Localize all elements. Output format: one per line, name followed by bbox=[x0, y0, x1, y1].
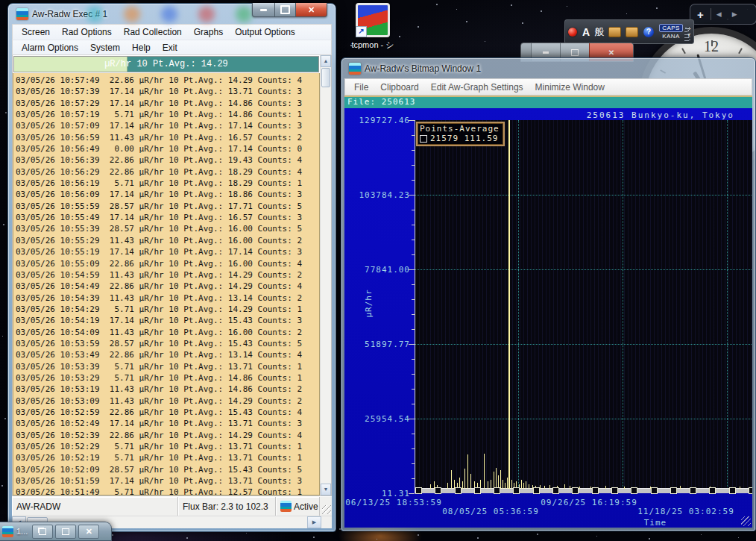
y-tick-label: 25954.54 bbox=[344, 414, 410, 424]
ime-pad-icon[interactable] bbox=[608, 27, 621, 37]
data-spike bbox=[491, 480, 491, 489]
menu-rad-options[interactable]: Rad Options bbox=[56, 27, 118, 37]
status-active-label: Active bbox=[294, 501, 318, 512]
flux-header-bar: µR/hr 10 Pt.Avg.: 14.29 bbox=[13, 56, 319, 72]
gadget-prev-button[interactable]: ◀ bbox=[711, 10, 727, 18]
desktop: ↗ tcpmon - シ + ◀ ▶ 12 A 般 ? CAPS KANA – … bbox=[0, 0, 756, 541]
exec-maximize-button[interactable] bbox=[275, 3, 295, 17]
bitmap-menubar: File Clipboard Edit Aw-Graph Settings Mi… bbox=[344, 78, 752, 96]
data-spike bbox=[507, 478, 508, 489]
log-row: 03/05/26 10:57:39 17.14 µR/hr 10 Pt.Avg.… bbox=[16, 86, 319, 97]
graph-area: 250613 Bunkyo-ku, Tokyo µR/hr 129727.461… bbox=[344, 108, 752, 528]
x-tick-label-3: 09/26/25 16:19:59 bbox=[540, 498, 638, 507]
data-spike bbox=[523, 483, 524, 489]
caps-indicator[interactable]: CAPS bbox=[659, 24, 683, 32]
log-row: 03/05/26 10:56:29 22.86 µR/hr 10 Pt.Avg.… bbox=[16, 166, 319, 178]
exec-app-icon bbox=[16, 8, 28, 20]
menu-edit-aw-graph-settings[interactable]: Edit Aw-Graph Settings bbox=[425, 82, 529, 93]
bitmap-resize-grip[interactable] bbox=[741, 516, 751, 526]
minimized-maximize-button[interactable] bbox=[55, 525, 76, 539]
log-row: 03/05/26 10:51:59 17.14 µR/hr 10 Pt.Avg.… bbox=[16, 475, 319, 487]
menu-clipboard[interactable]: Clipboard bbox=[374, 82, 424, 93]
input-mode-button[interactable]: A bbox=[582, 26, 590, 38]
conversion-mode-button[interactable]: 般 bbox=[594, 25, 604, 39]
point-marker bbox=[572, 487, 579, 494]
gadget-control-bar: + ◀ ▶ bbox=[690, 4, 756, 25]
log-row: 03/05/26 10:56:19 5.71 µR/hr 10 Pt.Avg.:… bbox=[16, 178, 319, 189]
exec-menubar-row2: Alarm Options System Help Exit bbox=[12, 40, 332, 55]
data-spike bbox=[564, 484, 565, 489]
point-marker bbox=[690, 487, 696, 494]
vertical-gridline bbox=[518, 120, 519, 493]
y-tick-label: 77841.00 bbox=[344, 265, 410, 275]
y-axis-tick bbox=[412, 165, 415, 166]
y-axis-tick bbox=[412, 389, 415, 390]
resize-grip[interactable] bbox=[322, 505, 331, 514]
log-vertical-scrollbar[interactable]: ▲ ▼ bbox=[320, 55, 331, 495]
menu-rad-collection[interactable]: Rad Collection bbox=[118, 27, 188, 37]
point-marker bbox=[415, 487, 422, 494]
data-spike bbox=[570, 486, 570, 489]
add-gadget-button[interactable]: + bbox=[690, 8, 711, 21]
y-axis-tick bbox=[412, 180, 415, 181]
legend-marker-icon bbox=[420, 135, 427, 143]
menu-minimize-window[interactable]: Minimize Window bbox=[529, 82, 611, 93]
exec-close-button[interactable]: ✕ bbox=[295, 3, 327, 17]
bitmap-titlebar[interactable]: Aw-Radw's Bitmap Window 1 bbox=[344, 58, 752, 78]
menu-help[interactable]: Help bbox=[126, 43, 157, 53]
menu-system[interactable]: System bbox=[84, 43, 126, 53]
exec-menubar-row1: Screen Rad Options Rad Collection Graphs… bbox=[12, 24, 332, 40]
data-spike bbox=[503, 480, 503, 489]
log-row: 03/05/26 10:56:49 0.00 µR/hr 10 Pt.Avg.:… bbox=[16, 143, 319, 154]
tcpmon-icon-label: tcpmon - シ bbox=[347, 40, 399, 51]
status-aw-icon bbox=[280, 501, 292, 512]
menu-exit[interactable]: Exit bbox=[157, 43, 183, 53]
scroll-down-button[interactable]: ▼ bbox=[321, 484, 331, 495]
horizontal-gridline bbox=[415, 269, 752, 270]
ime-tools-icon[interactable] bbox=[626, 27, 638, 37]
ime-status-icon[interactable] bbox=[568, 28, 577, 37]
horizontal-gridline bbox=[415, 419, 752, 419]
ime-help-icon[interactable]: ? bbox=[643, 27, 654, 37]
scroll-up-button[interactable]: ▲ bbox=[321, 55, 331, 67]
minimized-close-button[interactable]: ✕ bbox=[78, 525, 99, 539]
exec-minimize-button[interactable] bbox=[252, 3, 275, 17]
menu-output-options[interactable]: Output Options bbox=[229, 27, 301, 37]
data-spike bbox=[494, 472, 494, 489]
kana-indicator[interactable]: KANA bbox=[662, 33, 680, 40]
bitmap-app-icon bbox=[349, 63, 361, 75]
data-spike bbox=[464, 469, 465, 489]
menu-file[interactable]: File bbox=[348, 82, 374, 93]
desktop-icon-tcpmon[interactable]: ↗ tcpmon - シ bbox=[347, 3, 399, 51]
y-axis-label: µR/hr bbox=[364, 281, 374, 326]
point-marker bbox=[455, 487, 462, 494]
data-spike bbox=[430, 484, 431, 489]
minimized-app-icon bbox=[2, 526, 13, 537]
data-spike bbox=[488, 481, 488, 489]
log-row: 03/05/26 10:54:49 22.86 µR/hr 10 Pt.Avg.… bbox=[16, 281, 319, 292]
vertical-scroll-track[interactable] bbox=[321, 88, 331, 484]
menu-screen[interactable]: Screen bbox=[16, 27, 56, 37]
log-row: 03/05/26 10:52:09 28.57 µR/hr 10 Pt.Avg.… bbox=[16, 464, 319, 475]
log-row: 03/05/26 10:53:49 22.86 µR/hr 10 Pt.Avg.… bbox=[16, 349, 319, 360]
menu-alarm-options[interactable]: Alarm Options bbox=[16, 43, 84, 53]
radiation-log-list[interactable]: 03/05/26 10:57:49 22.86 µR/hr 10 Pt.Avg.… bbox=[13, 73, 320, 495]
langbar-grip-handle[interactable] bbox=[684, 27, 690, 42]
gadget-next-button[interactable]: ▶ bbox=[727, 10, 743, 18]
minimized-window-bar[interactable]: 1... ✕ bbox=[0, 522, 112, 541]
shortcut-arrow-icon: ↗ bbox=[356, 26, 367, 37]
data-spike bbox=[540, 485, 541, 489]
exec-titlebar[interactable]: Aw-Radw Exec # 1 ✕ bbox=[12, 4, 332, 24]
y-axis-tick bbox=[412, 448, 415, 449]
log-row: 03/05/26 10:52:29 5.71 µR/hr 10 Pt.Avg.:… bbox=[16, 441, 319, 452]
data-baseline bbox=[415, 488, 752, 493]
minimized-restore-button[interactable] bbox=[32, 525, 53, 539]
vertical-scroll-thumb[interactable] bbox=[321, 68, 330, 87]
log-row: 03/05/26 10:53:19 11.43 µR/hr 10 Pt.Avg.… bbox=[16, 384, 319, 395]
menu-graphs[interactable]: Graphs bbox=[188, 27, 229, 37]
file-bar: File: 250613 bbox=[344, 96, 752, 108]
log-row: 03/05/26 10:53:09 11.43 µR/hr 10 Pt.Avg.… bbox=[16, 395, 319, 407]
scroll-right-button[interactable]: ▶ bbox=[307, 516, 321, 528]
data-spike bbox=[605, 486, 606, 489]
y-axis-tick bbox=[412, 225, 415, 225]
